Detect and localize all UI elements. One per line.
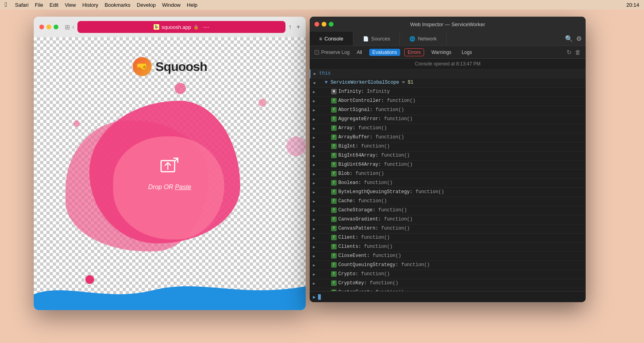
preserve-log-toggle[interactable]: Preserve Log [314,50,349,55]
inspector-titlebar: Web Inspector — ServiceWorker [310,17,586,32]
list-item[interactable]: ▶fClient: function() [310,234,586,243]
paste-link[interactable]: Paste [175,184,191,190]
list-item[interactable]: ▶fClients: function() [310,243,586,252]
apple-menu[interactable]:  [5,1,7,8]
this-chevron-icon[interactable]: ▶ [314,70,319,78]
prop-expand-icon[interactable]: ▶ [313,243,318,251]
filter-errors[interactable]: Errors [404,48,424,56]
list-item[interactable]: ▶fBigInt: function() [310,142,586,151]
list-item[interactable]: ▶fBlob: function() [310,170,586,179]
back-icon[interactable]: ‹ [72,23,74,31]
prop-expand-icon[interactable]: ▶ [313,97,318,105]
prop-expand-icon[interactable]: ▶ [313,234,318,242]
menu-develop[interactable]: Develop [137,2,156,8]
drop-zone[interactable]: Drop OR Paste [148,157,191,191]
filter-logs[interactable]: Logs [459,49,475,56]
prop-expand-icon[interactable]: ▶ [313,152,318,160]
maximize-button[interactable] [54,25,58,29]
minimize-button[interactable] [46,25,51,29]
prop-expand-icon[interactable]: ▶ [313,207,318,215]
list-item[interactable]: ▶fCustomEvent: function() [310,288,586,291]
list-item[interactable]: ▶fAbortSignal: function() [310,106,586,115]
inspector-minimize[interactable] [322,22,326,27]
prop-content: fBigInt64Array: function() [331,152,582,159]
reload-icon[interactable]: ↻ [567,49,572,56]
prop-expand-icon[interactable]: ▶ [313,216,318,224]
list-item[interactable]: ▶fArray: function() [310,124,586,133]
list-item[interactable]: ▶fCache: function() [310,197,586,206]
tab-sources[interactable]: 📄 Sources [353,32,400,46]
prop-expand-icon[interactable]: ▶ [313,179,318,187]
list-item[interactable]: ▶fArrayBuffer: function() [310,133,586,142]
list-item[interactable]: ▶fCryptoKey: function() [310,279,586,288]
list-item[interactable]: ▶fCanvasGradient: function() [310,215,586,224]
list-item[interactable]: ▶fCacheStorage: function() [310,206,586,215]
filter-all[interactable]: All [353,49,365,56]
inspector-close[interactable] [314,22,319,27]
this-entry[interactable]: ▶ this [310,69,586,79]
menu-help[interactable]: Help [187,2,198,8]
prop-expand-icon[interactable]: ▶ [313,143,318,151]
prop-name: AbortSignal: [338,107,376,113]
prop-expand-icon[interactable]: ▶ [313,115,318,123]
list-item[interactable]: ▶fByteLengthQueuingStrategy: function() [310,188,586,197]
prop-expand-icon[interactable]: ▶ [313,161,318,169]
prop-name: CountQueuingStrategy: [338,262,401,268]
list-item[interactable]: ▶fAbortController: function() [310,97,586,106]
more-icon[interactable]: ⋯ [203,23,209,31]
share-icon[interactable]: ↑ [289,23,292,31]
list-item[interactable]: ▶fBigInt64Array: function() [310,151,586,161]
prop-expand-icon[interactable]: ▶ [313,270,318,278]
prop-value: function() [358,198,387,204]
trash-icon[interactable]: 🗑 [575,49,581,56]
scope-entry[interactable]: ◀ ▼ ServiceWorkerGlobalScope = $1 [310,79,586,88]
prop-expand-icon[interactable]: ▶ [313,134,318,142]
prop-expand-icon[interactable]: ▶ [313,125,318,132]
list-item[interactable]: ▶fCloseEvent: function() [310,252,586,261]
preserve-log-checkbox[interactable] [314,50,319,55]
sources-tab-icon: 📄 [363,36,369,42]
menu-edit[interactable]: Edit [50,2,58,8]
menu-file[interactable]: File [35,2,43,8]
prop-name: Cache: [338,198,358,204]
prop-expand-icon[interactable]: ▶ [313,197,318,205]
url-bar[interactable]: 🦆 squoosh.app 🔒 ⋯ [77,21,285,33]
prop-expand-icon[interactable]: ▶ [313,106,318,114]
prop-expand-icon[interactable]: ▶ [313,252,318,260]
settings-icon[interactable]: ⚙ [576,35,582,42]
menu-view[interactable]: View [65,2,76,8]
search-icon[interactable]: 🔍 [565,35,573,42]
scope-collapse-icon[interactable]: ◀ [313,79,318,87]
prop-expand-icon[interactable]: ▶ [313,88,318,96]
prop-expand-icon[interactable]: ▶ [313,280,318,287]
filter-evaluations[interactable]: Evaluations [369,49,400,56]
close-button[interactable] [39,25,44,29]
prop-expand-icon[interactable]: ▶ [313,225,318,233]
console-input-area[interactable]: ▶ [310,291,586,302]
list-item[interactable]: ▶fBoolean: function() [310,179,586,188]
menu-safari[interactable]: Safari [15,2,29,8]
function-badge: f [331,107,337,113]
menu-history[interactable]: History [82,2,98,8]
prop-expand-icon[interactable]: ▶ [313,170,318,178]
prop-expand-icon[interactable]: ▶ [313,188,318,196]
inspector-maximize[interactable] [329,22,334,27]
prop-value: function() [401,262,430,268]
function-badge: f [331,226,337,231]
prop-name: CanvasGradient: [338,217,384,222]
list-item[interactable]: ▶fCrypto: function() [310,270,586,279]
filter-warnings[interactable]: Warnings [428,49,454,56]
list-item[interactable]: ▶fCountQueuingStrategy: function() [310,261,586,270]
list-item[interactable]: ▶fAggregateError: function() [310,115,586,124]
sidebar-toggle-icon[interactable]: ⊞ [65,23,70,31]
tab-network[interactable]: 🌐 Network [400,32,447,46]
menu-bookmarks[interactable]: Bookmarks [105,2,131,8]
function-badge: f [331,171,337,176]
new-tab-icon[interactable]: + [297,23,300,31]
prop-expand-icon[interactable]: ▶ [313,261,318,269]
menu-window[interactable]: Window [162,2,180,8]
tab-console[interactable]: ≡ Console [310,32,353,46]
list-item[interactable]: ▶NInfinity: Infinity [310,88,586,97]
list-item[interactable]: ▶fBigUint64Array: function() [310,161,586,170]
list-item[interactable]: ▶fCanvasPattern: function() [310,224,586,234]
